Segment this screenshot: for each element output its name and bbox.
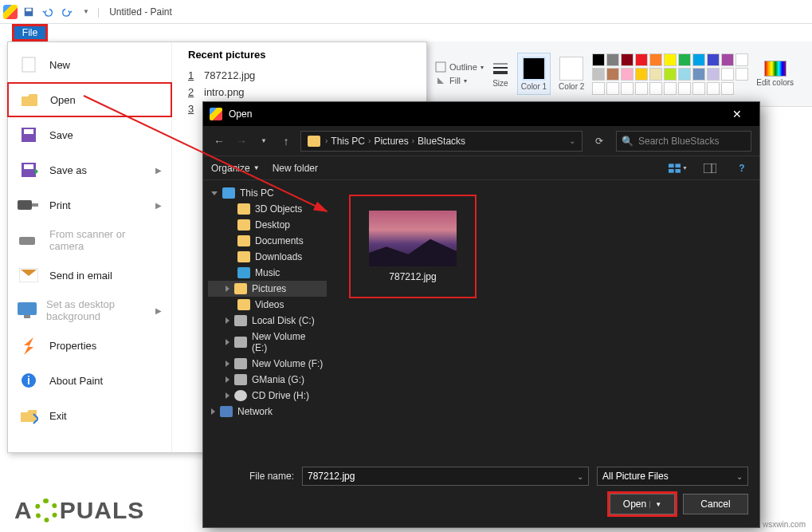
palette-color[interactable] (721, 53, 734, 66)
tree-item-3d-objects[interactable]: 3D Objects (208, 201, 327, 217)
palette-color[interactable] (736, 68, 748, 81)
tree-item-documents[interactable]: Documents (208, 233, 327, 249)
file-menu-new[interactable]: New (8, 47, 171, 82)
palette-color[interactable] (678, 82, 691, 95)
tree-item-cd-drive-h-[interactable]: CD Drive (H:) (208, 388, 327, 404)
palette-color[interactable] (606, 53, 619, 66)
palette-color[interactable] (692, 68, 705, 81)
undo-icon[interactable] (40, 4, 56, 20)
filetype-select[interactable]: All Picture Files⌄ (597, 467, 748, 486)
palette-color[interactable] (649, 68, 662, 81)
edit-colors-button[interactable]: Edit colors (756, 61, 794, 87)
expand-icon[interactable] (211, 191, 218, 195)
tree-item-desktop[interactable]: Desktop (208, 217, 327, 233)
tree-item-network[interactable]: Network (208, 404, 327, 420)
expand-icon[interactable] (226, 392, 229, 399)
qat-dropdown-icon[interactable]: ▼ (78, 4, 94, 20)
palette-color[interactable] (621, 82, 634, 95)
file-menu-exit[interactable]: Exit (8, 398, 171, 433)
palette-color[interactable] (592, 82, 605, 95)
palette-color[interactable] (649, 82, 662, 95)
palette-color[interactable] (592, 53, 605, 66)
recent-file[interactable]: 1787212.jpg (188, 67, 417, 84)
palette-color[interactable] (606, 82, 619, 95)
palette-color[interactable] (664, 68, 677, 81)
file-menu-print[interactable]: Print▶ (8, 187, 171, 223)
palette-color[interactable] (692, 53, 705, 66)
expand-icon[interactable] (226, 286, 229, 292)
palette-color[interactable] (664, 82, 677, 95)
file-menu-properties[interactable]: Properties (8, 328, 171, 363)
palette-color[interactable] (664, 53, 677, 66)
chevron-down-icon[interactable]: ⌄ (569, 136, 575, 145)
palette-color[interactable] (678, 68, 691, 81)
nav-forward-icon[interactable]: → (233, 135, 249, 148)
refresh-icon[interactable]: ⟳ (589, 136, 610, 147)
file-menu-open[interactable]: Open (7, 82, 172, 117)
view-mode-icon[interactable]: ▼ (669, 160, 688, 176)
palette-color[interactable] (635, 68, 648, 81)
expand-icon[interactable] (211, 408, 215, 415)
help-icon[interactable]: ? (732, 160, 751, 176)
size-group[interactable]: Size (492, 60, 509, 88)
tree-item-pictures[interactable]: Pictures (208, 281, 327, 297)
tree-item-this-pc[interactable]: This PC (208, 185, 327, 201)
cancel-button[interactable]: Cancel (683, 494, 748, 514)
filename-input[interactable]: 787212.jpg⌄ (302, 467, 589, 486)
search-input[interactable]: 🔍 Search BlueStacks (616, 131, 751, 152)
recent-file[interactable]: 2intro.png (188, 84, 417, 100)
outline-label[interactable]: Outline (449, 62, 477, 72)
expand-icon[interactable] (226, 317, 229, 324)
palette-color[interactable] (635, 82, 648, 95)
expand-icon[interactable] (226, 376, 229, 383)
palette-color[interactable] (721, 68, 734, 81)
palette-color[interactable] (635, 53, 648, 66)
tree-item-videos[interactable]: Videos (208, 297, 327, 313)
redo-icon[interactable] (59, 4, 75, 20)
file-pane[interactable]: 787212.jpg (327, 180, 759, 459)
breadcrumb-part[interactable]: Pictures (374, 136, 408, 147)
nav-history-icon[interactable]: ▼ (256, 137, 272, 144)
palette-color[interactable] (721, 82, 734, 95)
chevron-down-icon[interactable]: ⌄ (577, 472, 583, 481)
folder-tree[interactable]: This PC3D ObjectsDesktopDocumentsDownloa… (203, 180, 327, 459)
save-icon[interactable] (21, 4, 37, 20)
preview-pane-icon[interactable] (700, 160, 720, 176)
file-menu-about-paint[interactable]: iAbout Paint (8, 363, 171, 398)
palette-color[interactable] (707, 53, 720, 66)
color1-group[interactable]: Color 1 (517, 53, 551, 95)
tree-item-downloads[interactable]: Downloads (208, 249, 327, 265)
tree-item-music[interactable]: Music (208, 265, 327, 281)
color-palette[interactable] (592, 53, 748, 95)
expand-icon[interactable] (226, 339, 229, 345)
palette-color[interactable] (707, 82, 720, 95)
nav-back-icon[interactable]: ← (211, 135, 227, 148)
palette-color[interactable] (707, 68, 720, 81)
palette-color[interactable] (621, 53, 634, 66)
file-tab[interactable]: File (12, 24, 48, 41)
file-menu-send-in-email[interactable]: Send in email (8, 258, 171, 293)
palette-color[interactable] (621, 68, 634, 81)
chevron-down-icon[interactable]: ⌄ (736, 472, 743, 481)
tree-item-new-volume-f-[interactable]: New Volume (F:) (208, 356, 327, 372)
color2-group[interactable]: Color 2 (559, 57, 584, 91)
palette-color[interactable] (649, 53, 662, 66)
tree-item-gmania-g-[interactable]: GMania (G:) (208, 372, 327, 388)
breadcrumb-part[interactable]: BlueStacks (418, 136, 465, 147)
file-thumbnail[interactable]: 787212.jpg (349, 195, 477, 298)
close-button[interactable]: ✕ (721, 108, 753, 120)
new-folder-button[interactable]: New folder (273, 163, 318, 174)
palette-color[interactable] (592, 68, 605, 81)
fill-label[interactable]: Fill (449, 76, 461, 85)
palette-color[interactable] (736, 53, 748, 66)
file-menu-save-as[interactable]: Save as▶ (8, 152, 171, 187)
nav-up-icon[interactable]: ↑ (278, 135, 294, 148)
open-button[interactable]: Open ▼ (610, 494, 675, 514)
palette-color[interactable] (692, 82, 705, 95)
tree-item-new-volume-e-[interactable]: New Volume (E:) (208, 329, 327, 356)
tree-item-local-disk-c-[interactable]: Local Disk (C:) (208, 313, 327, 329)
organize-button[interactable]: Organize ▼ (211, 163, 260, 174)
breadcrumb[interactable]: › This PC› Pictures› BlueStacks ⌄ (300, 131, 583, 152)
palette-color[interactable] (606, 68, 619, 81)
breadcrumb-part[interactable]: This PC (331, 136, 365, 147)
